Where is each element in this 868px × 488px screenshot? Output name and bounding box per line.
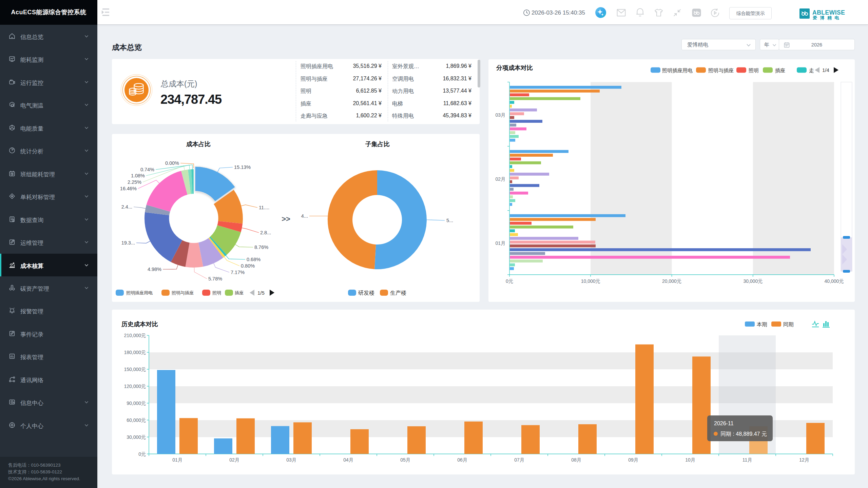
svg-text:30,000元: 30,000元	[743, 278, 763, 284]
svg-text:1/4: 1/4	[822, 67, 829, 73]
svg-text:12月: 12月	[799, 457, 809, 463]
svg-text:11....: 11....	[259, 205, 269, 210]
svg-text:0.00%: 0.00%	[165, 160, 179, 166]
svg-text:照明与插座: 照明与插座	[172, 290, 194, 295]
svg-text:照明: 照明	[212, 290, 221, 295]
svg-text:30,000元: 30,000元	[127, 434, 146, 440]
svg-text:2026-11: 2026-11	[714, 421, 734, 426]
svg-text:16.46%: 16.46%	[120, 186, 137, 191]
svg-text:2.4...: 2.4...	[121, 204, 132, 210]
svg-text:120,000元: 120,000元	[124, 384, 146, 389]
svg-text:01月: 01月	[495, 240, 505, 246]
svg-text:同期 : 48,889.47 元: 同期 : 48,889.47 元	[720, 431, 767, 437]
svg-text:10,000元: 10,000元	[581, 278, 600, 284]
svg-text:研发楼: 研发楼	[358, 290, 374, 296]
svg-text:1/5: 1/5	[257, 290, 265, 296]
svg-text:历史成本对比: 历史成本对比	[121, 321, 158, 328]
svg-text:4...: 4...	[301, 213, 308, 219]
svg-text:0元: 0元	[506, 278, 513, 284]
svg-text:15.13%: 15.13%	[234, 164, 251, 170]
svg-text:0.80%: 0.80%	[241, 263, 255, 269]
svg-text:子集占比: 子集占比	[365, 141, 390, 148]
svg-text:0元: 0元	[138, 451, 146, 457]
svg-text:19.3...: 19.3...	[121, 240, 135, 246]
svg-text:7.17%: 7.17%	[231, 270, 245, 275]
svg-text:分项成本对比: 分项成本对比	[496, 64, 533, 71]
svg-text:210,000元: 210,000元	[124, 333, 146, 338]
svg-text:8.76%: 8.76%	[254, 245, 268, 250]
svg-text:走: 走	[809, 67, 814, 73]
svg-text:06月: 06月	[457, 457, 467, 463]
svg-text:4.98%: 4.98%	[148, 267, 161, 272]
svg-text:插座: 插座	[775, 67, 785, 73]
svg-text:0.74%: 0.74%	[140, 167, 154, 172]
svg-text:02月: 02月	[229, 457, 239, 463]
svg-text:02月: 02月	[495, 176, 505, 182]
svg-text:插座: 插座	[234, 290, 244, 295]
svg-text:同期: 同期	[783, 321, 794, 327]
svg-text:11月: 11月	[742, 457, 752, 463]
svg-text:40,000元: 40,000元	[825, 278, 844, 284]
svg-text:20,000元: 20,000元	[662, 278, 681, 284]
svg-text:照明插座用电: 照明插座用电	[662, 67, 693, 73]
svg-text:照明插座用电: 照明插座用电	[126, 290, 153, 295]
svg-text:本期: 本期	[757, 321, 767, 327]
svg-text:照明与插座: 照明与插座	[708, 67, 734, 73]
svg-text:01月: 01月	[172, 457, 182, 463]
svg-text:09月: 09月	[628, 457, 638, 463]
svg-text:>>: >>	[282, 215, 290, 223]
svg-text:10月: 10月	[685, 457, 695, 463]
svg-text:60,000元: 60,000元	[127, 417, 146, 423]
svg-text:照明: 照明	[749, 67, 759, 73]
svg-text:90,000元: 90,000元	[127, 401, 146, 406]
svg-text:03月: 03月	[495, 112, 505, 118]
svg-text:5.78%: 5.78%	[208, 276, 222, 281]
svg-text:05月: 05月	[400, 457, 410, 463]
svg-text:0.68%: 0.68%	[247, 257, 261, 262]
svg-text:180,000元: 180,000元	[124, 350, 146, 355]
svg-text:2.25%: 2.25%	[128, 179, 141, 185]
svg-text:1.08%: 1.08%	[131, 173, 145, 178]
svg-text:2.8...: 2.8...	[260, 230, 271, 235]
svg-text:生产楼: 生产楼	[390, 290, 406, 296]
svg-text:150,000元: 150,000元	[124, 367, 146, 372]
svg-text:03月: 03月	[286, 457, 296, 463]
svg-text:04月: 04月	[343, 457, 353, 463]
svg-text:08月: 08月	[571, 457, 581, 463]
svg-text:成本占比: 成本占比	[186, 141, 211, 148]
svg-text:5...: 5...	[446, 218, 453, 223]
svg-text:07月: 07月	[514, 457, 524, 463]
